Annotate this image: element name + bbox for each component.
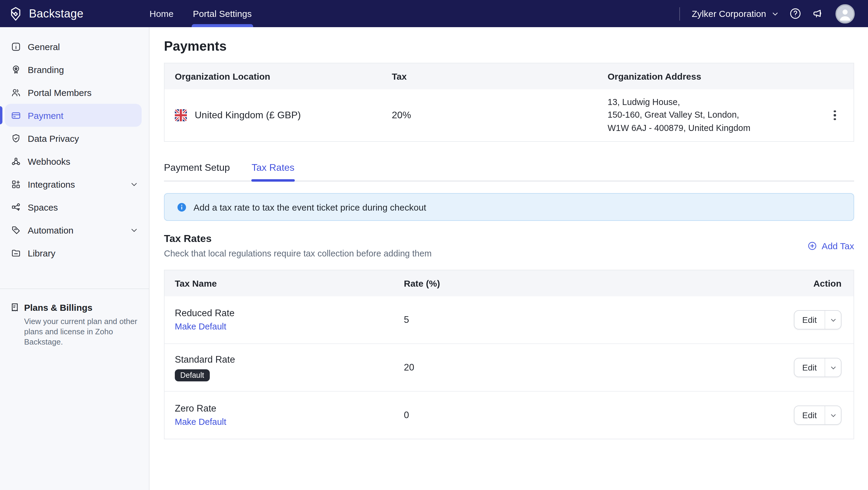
tax-name: Reduced Rate — [175, 308, 404, 319]
tab-tax-rates[interactable]: Tax Rates — [252, 162, 294, 180]
org-selector[interactable]: Zylker Corporation — [692, 8, 779, 19]
tag-icon — [11, 225, 21, 235]
edit-button[interactable]: Edit — [795, 311, 825, 329]
organization-location: United Kingdom (£ GBP) — [195, 110, 301, 121]
row-menu-button[interactable] — [826, 106, 844, 124]
sidebar-item-integrations[interactable]: Integrations — [5, 173, 142, 196]
edit-split-button: Edit — [794, 405, 841, 425]
megaphone-icon — [812, 7, 825, 20]
help-button[interactable] — [789, 7, 802, 20]
sidebar-item-general[interactable]: General — [5, 35, 142, 58]
plans-billings-description: View your current plan and other plans a… — [24, 316, 146, 347]
edit-dropdown-button[interactable] — [825, 406, 841, 424]
tax-name: Zero Rate — [175, 403, 404, 414]
organization-table: Organization Location Tax Organization A… — [164, 63, 854, 142]
make-default-link[interactable]: Make Default — [175, 322, 226, 331]
add-tax-label: Add Tax — [822, 240, 854, 251]
address-line: 13, Ludwig House, — [608, 96, 825, 109]
tax-rate-value: 20 — [404, 362, 751, 373]
sidebar-item-automation[interactable]: Automation — [5, 219, 142, 241]
uk-flag-icon — [175, 109, 187, 121]
chevron-down-icon[interactable] — [130, 180, 138, 188]
make-default-link[interactable]: Make Default — [175, 417, 226, 427]
address-line: 150-160, Great Valley St, London, — [608, 109, 825, 122]
sidebar-item-label: General — [28, 41, 142, 52]
tax-rates-table: Tax Name Rate (%) Action Reduced Rate Ma… — [164, 270, 854, 439]
avatar[interactable] — [835, 4, 855, 23]
edit-split-button: Edit — [794, 310, 841, 329]
share-nodes-icon — [11, 202, 21, 212]
org-selector-label: Zylker Corporation — [692, 8, 766, 19]
info-banner: Add a tax rate to tax the event ticket p… — [164, 193, 854, 221]
column-header-rate: Rate (%) — [404, 278, 751, 288]
chevron-down-icon — [772, 10, 779, 17]
nav-home-label: Home — [150, 8, 174, 19]
tab-label: Tax Rates — [252, 162, 294, 173]
sidebar-item-library[interactable]: Library — [5, 241, 142, 264]
organization-row: United Kingdom (£ GBP) 20% 13, Ludwig Ho… — [164, 89, 854, 141]
payment-tabs: Payment Setup Tax Rates — [164, 162, 854, 182]
app: Backstage Home Portal Settings Zylker Co… — [0, 0, 868, 490]
info-banner-text: Add a tax rate to tax the event ticket p… — [193, 202, 426, 212]
plus-circle-icon — [807, 240, 817, 251]
info-filled-icon — [177, 202, 187, 212]
add-tax-button[interactable]: Add Tax — [807, 240, 854, 251]
tax-row-standard-rate: Standard Rate Default 20 Edit — [164, 343, 854, 391]
header-divider — [679, 7, 680, 20]
nav-portal-settings-label: Portal Settings — [193, 8, 252, 19]
main-content: Payments Organization Location Tax Organ… — [164, 27, 854, 439]
edit-dropdown-button[interactable] — [825, 358, 841, 377]
nav-home[interactable]: Home — [150, 0, 174, 27]
header-actions: Zylker Corporation — [679, 4, 855, 23]
organization-tax: 20% — [392, 110, 608, 121]
integrations-icon — [11, 179, 21, 189]
chevron-down-icon[interactable] — [130, 226, 138, 234]
folder-icon — [11, 248, 21, 258]
default-badge: Default — [175, 369, 210, 381]
tab-label: Payment Setup — [164, 162, 230, 173]
credit-card-icon — [11, 110, 21, 120]
tax-rate-value: 0 — [404, 410, 751, 421]
info-icon — [11, 41, 21, 52]
screen: Backstage Home Portal Settings Zylker Co… — [0, 0, 868, 490]
organization-table-header: Organization Location Tax Organization A… — [164, 63, 854, 89]
edit-dropdown-button[interactable] — [825, 311, 841, 329]
sidebar-item-payment[interactable]: Payment — [5, 104, 142, 127]
column-header-action: Action — [751, 278, 854, 288]
sidebar-item-portal-members[interactable]: Portal Members — [5, 81, 142, 104]
tax-rates-section-header: Tax Rates Check that local regulations r… — [164, 233, 854, 258]
plans-billings[interactable]: Plans & Billings View your current plan … — [0, 302, 149, 347]
sidebar-item-webhooks[interactable]: Webhooks — [5, 150, 142, 173]
tax-name: Standard Rate — [175, 354, 404, 365]
badge-icon — [11, 64, 21, 75]
edit-split-button: Edit — [794, 358, 841, 377]
plans-billings-title: Plans & Billings — [24, 302, 93, 313]
edit-button[interactable]: Edit — [795, 406, 825, 424]
column-header-tax: Tax — [392, 71, 608, 82]
column-header-organization-location: Organization Location — [164, 71, 392, 82]
tax-table-header: Tax Name Rate (%) Action — [164, 270, 854, 296]
webhook-icon — [11, 156, 21, 166]
tax-row-reduced-rate: Reduced Rate Make Default 5 Edit — [164, 296, 854, 343]
nav-portal-settings[interactable]: Portal Settings — [193, 0, 252, 27]
backstage-logo-icon — [8, 6, 24, 22]
tax-rates-subtitle: Check that local regulations require tax… — [164, 249, 432, 258]
sidebar-item-label: Integrations — [28, 179, 124, 189]
sidebar-item-label: Library — [28, 248, 142, 258]
brand[interactable]: Backstage — [8, 6, 84, 22]
column-header-organization-address: Organization Address — [608, 71, 825, 82]
tax-row-zero-rate: Zero Rate Make Default 0 Edit — [164, 391, 854, 439]
organization-address: 13, Ludwig House, 150-160, Great Valley … — [608, 96, 825, 135]
sidebar-item-label: Portal Members — [28, 87, 142, 97]
announcements-button[interactable] — [812, 7, 825, 20]
sidebar-item-spaces[interactable]: Spaces — [5, 196, 142, 219]
sidebar-item-data-privacy[interactable]: Data Privacy — [5, 127, 142, 150]
sidebar-divider — [0, 288, 149, 289]
sidebar-item-branding[interactable]: Branding — [5, 58, 142, 81]
edit-button[interactable]: Edit — [795, 358, 825, 377]
column-header-tax-name: Tax Name — [164, 278, 404, 288]
top-nav: Home Portal Settings — [150, 0, 252, 27]
tab-payment-setup[interactable]: Payment Setup — [164, 162, 230, 180]
sidebar-item-label: Data Privacy — [28, 133, 142, 143]
sidebar-item-label: Automation — [28, 225, 124, 235]
